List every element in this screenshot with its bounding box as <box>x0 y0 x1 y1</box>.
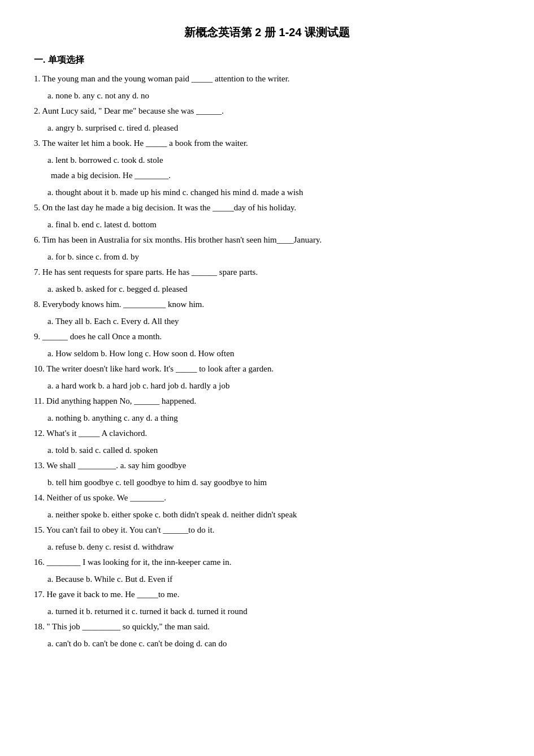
options-7: a. asked b. asked for c. begged d. pleas… <box>47 282 500 297</box>
options-13: b. tell him goodbye c. tell goodbye to h… <box>47 476 500 490</box>
question-15: 15. You can't fail to obey it. You can't… <box>34 523 500 538</box>
question-5: 5. On the last day he made a big decisio… <box>34 201 500 215</box>
options-6: a. for b. since c. from d. by <box>47 250 500 265</box>
questions-container: 1. The young man and the young woman pai… <box>34 72 500 651</box>
options-17: a. turned it b. returned it c. turned it… <box>47 604 500 619</box>
options-1: a. none b. any c. not any d. no <box>47 89 500 103</box>
question-4: made a big decision. He ________. <box>34 169 500 183</box>
options-11: a. nothing b. anything c. any d. a thing <box>47 411 500 426</box>
options-14: a. neither spoke b. either spoke c. both… <box>47 508 500 522</box>
options-18: a. can't do b. can't be done c. can't be… <box>47 637 500 651</box>
question-17: 17. He gave it back to me. He _____to me… <box>34 587 500 602</box>
question-6: 6. Tim has been in Australia for six mon… <box>34 233 500 248</box>
question-8: 8. Everybody knows him. __________ know … <box>34 297 500 312</box>
question-12: 12. What's it _____ A clavichord. <box>34 426 500 441</box>
options-2: a. angry b. surprised c. tired d. please… <box>47 121 500 136</box>
options-3: a. lent b. borrowed c. took d. stole <box>47 153 500 168</box>
question-14: 14. Neither of us spoke. We ________. <box>34 491 500 506</box>
options-5: a. final b. end c. latest d. bottom <box>47 218 500 232</box>
question-10: 10. The writer doesn't like hard work. I… <box>34 362 500 377</box>
question-16: 16. ________ I was looking for it, the i… <box>34 555 500 570</box>
options-15: a. refuse b. deny c. resist d. withdraw <box>47 540 500 555</box>
page-title: 新概念英语第 2 册 1-24 课测试题 <box>34 23 500 42</box>
options-16: a. Because b. While c. But d. Even if <box>47 572 500 587</box>
question-11: 11. Did anything happen No, ______ happe… <box>34 394 500 409</box>
question-2: 2. Aunt Lucy said, " Dear me" because sh… <box>34 104 500 119</box>
question-7: 7. He has sent requests for spare parts.… <box>34 265 500 280</box>
options-8: a. They all b. Each c. Every d. All they <box>47 314 500 329</box>
question-13: 13. We shall _________. a. say him goodb… <box>34 459 500 473</box>
options-10: a. a hard work b. a hard job c. hard job… <box>47 379 500 394</box>
options-9: a. How seldom b. How long c. How soon d.… <box>47 347 500 361</box>
question-3: 3. The waiter let him a book. He _____ a… <box>34 136 500 151</box>
section1-header: 一. 单项选择 <box>34 52 500 67</box>
question-18: 18. " This job _________ so quickly," th… <box>34 620 500 634</box>
options-4: a. thought about it b. made up his mind … <box>47 185 500 200</box>
question-9: 9. ______ does he call Once a month. <box>34 330 500 344</box>
question-1: 1. The young man and the young woman pai… <box>34 72 500 87</box>
options-12: a. told b. said c. called d. spoken <box>47 443 500 458</box>
